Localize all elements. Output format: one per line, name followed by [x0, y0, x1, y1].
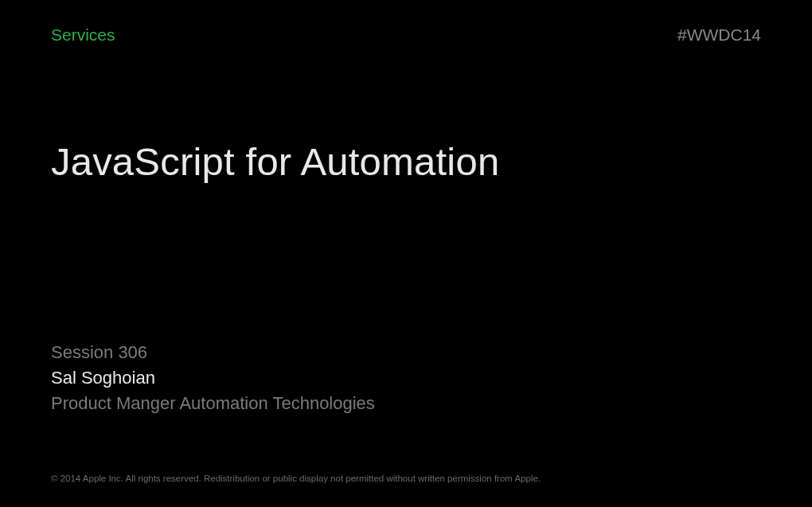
speaker-name: Sal Soghoian — [51, 368, 375, 388]
event-hashtag: #WWDC14 — [677, 25, 761, 45]
session-number: Session 306 — [51, 342, 375, 363]
copyright-notice: © 2014 Apple Inc. All rights reserved. R… — [51, 474, 541, 483]
session-block: Session 306 Sal Soghoian Product Manger … — [51, 342, 375, 414]
header-row: Services #WWDC14 — [51, 25, 761, 45]
speaker-role: Product Manger Automation Technologies — [51, 393, 375, 414]
category-label: Services — [51, 25, 115, 45]
slide-title: JavaScript for Automation — [51, 139, 499, 184]
